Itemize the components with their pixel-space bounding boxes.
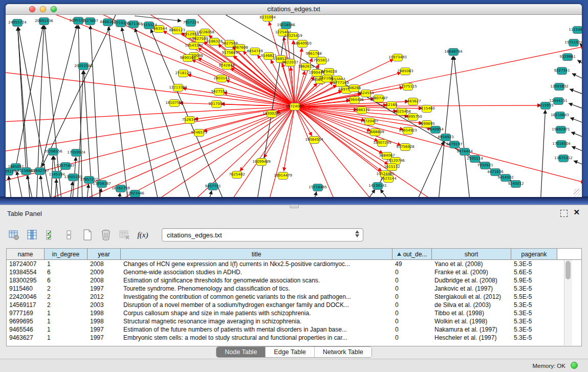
graph-edge[interactable] <box>268 106 295 197</box>
graph-node[interactable]: 16107554 <box>169 99 180 107</box>
graph-node[interactable]: 1139159 <box>6 168 13 176</box>
table-row[interactable]: 977716911998Corpus callosum shape and si… <box>7 309 581 317</box>
table-cell[interactable]: Hescheler et al. (1997) <box>432 334 511 342</box>
table-cell[interactable]: 2 <box>45 293 88 301</box>
table-cell[interactable]: Tourette syndrome. Phenomenology and cla… <box>121 285 393 293</box>
table-cell[interactable]: 0 <box>393 276 432 285</box>
table-cell[interactable]: 2009 <box>88 268 121 276</box>
graph-node[interactable]: 11675312 <box>558 155 569 162</box>
table-cell[interactable]: 6 <box>45 268 88 276</box>
table-row[interactable]: 946362711997Embryonic stem cells: a mode… <box>7 334 581 342</box>
graph-edge[interactable] <box>572 74 582 82</box>
table-cell[interactable]: Franke et al. (2009) <box>432 268 511 276</box>
graph-edge[interactable] <box>580 43 582 53</box>
table-cell[interactable]: 1997 <box>88 334 121 342</box>
graph-edge[interactable] <box>578 60 582 68</box>
table-cell[interactable]: 2003 <box>88 301 121 309</box>
tab-edge-table[interactable]: Edge Table <box>266 347 314 357</box>
table-cell[interactable]: Structural magnetic resonance image aver… <box>121 317 393 325</box>
table-select-dropdown[interactable]: citations_edges.txt <box>162 228 363 242</box>
graph-edge[interactable] <box>86 184 89 197</box>
table-cell[interactable]: 0 <box>393 268 432 276</box>
graph-node[interactable]: 15720407 <box>364 118 375 125</box>
graph-node[interactable]: 7932621 <box>480 162 490 169</box>
graph-edge[interactable] <box>122 28 159 197</box>
graph-node[interactable]: 20364436 <box>350 96 360 104</box>
table-cell[interactable]: 1 <box>45 260 88 268</box>
graph-edge[interactable] <box>380 189 392 197</box>
graph-node[interactable]: 9175685 <box>225 49 235 57</box>
table-cell[interactable]: Wolkin et al. (1998) <box>432 317 511 325</box>
table-cell[interactable]: 2012 <box>88 293 121 301</box>
graph-node[interactable]: 1640954 <box>430 126 441 134</box>
graph-node[interactable]: 9457791 <box>208 183 218 190</box>
graph-node[interactable]: 9822037 <box>285 59 295 67</box>
graph-node[interactable]: 10688609 <box>370 128 380 136</box>
graph-node[interactable]: 9146821 <box>264 52 274 60</box>
graph-node[interactable]: 15716485 <box>313 184 323 191</box>
table-cell[interactable]: 49 <box>393 260 432 268</box>
table-cell[interactable]: 2 <box>45 301 88 309</box>
table-cell[interactable]: 5.6E-5 <box>511 268 557 276</box>
table-cell[interactable]: 1 <box>45 309 88 317</box>
graph-node[interactable]: 13958167 <box>97 180 107 188</box>
graph-edge[interactable] <box>208 191 212 197</box>
close-panel-icon[interactable]: ✕ <box>573 208 580 217</box>
column-header-short[interactable]: short <box>432 249 511 259</box>
table-cell[interactable]: 1 <box>45 317 88 325</box>
column-header-in-degree[interactable]: in_degree <box>45 249 88 259</box>
network-window[interactable]: citations_edges.txt 88601238912954182260… <box>6 4 582 197</box>
graph-node-hub[interactable]: 18724007 <box>290 103 300 111</box>
graph-node[interactable]: 8471636 <box>490 168 500 176</box>
graph-node[interactable]: 12942757 <box>35 167 45 175</box>
graph-edge[interactable] <box>574 161 582 167</box>
table-cell[interactable]: 18724007 <box>7 260 45 268</box>
graph-node[interactable]: 9242848 <box>222 62 232 70</box>
graph-edge[interactable] <box>135 29 192 197</box>
graph-node[interactable]: 11154808 <box>573 26 582 34</box>
table-cell[interactable]: 5.3E-5 <box>511 309 557 317</box>
tab-network-table[interactable]: Network Table <box>315 347 372 357</box>
table-cell[interactable]: Tibbo et al. (1998) <box>432 309 511 317</box>
graph-node[interactable]: 12444151 <box>553 97 563 105</box>
graph-node[interactable]: 6679197 <box>449 141 460 148</box>
table-cell[interactable]: 0 <box>393 285 432 293</box>
column-header-pagerank[interactable]: pagerank <box>511 249 557 259</box>
column-header-title[interactable]: title <box>121 249 393 259</box>
table-cell[interactable]: Jankovic et al. (1997) <box>432 285 511 293</box>
column-header-out-de-[interactable]: out_de... <box>393 249 432 259</box>
table-cell[interactable]: 1997 <box>88 285 121 293</box>
table-row[interactable]: 1830029562008Estimation of significance … <box>7 276 581 285</box>
delete-table-icon[interactable] <box>118 228 131 242</box>
graph-node[interactable]: 8186328 <box>209 38 220 46</box>
graph-node[interactable]: 9890166 <box>183 54 193 62</box>
table-cell[interactable]: 5.3E-5 <box>511 285 557 293</box>
graph-node[interactable]: 9245012 <box>511 180 521 188</box>
graph-node[interactable]: 12093832 <box>554 83 564 91</box>
graph-node[interactable]: 2718129 <box>178 70 188 77</box>
graph-node[interactable]: 10543342 <box>189 42 199 50</box>
network-canvas[interactable]: 8860123891295418226058982750910543342818… <box>6 15 582 197</box>
graph-node[interactable]: 9474444 <box>460 148 470 156</box>
create-column-icon[interactable] <box>81 228 94 242</box>
table-cell[interactable]: 5.5E-5 <box>511 293 557 301</box>
table-row[interactable]: 1872400712008Changes of HCN gene express… <box>7 260 581 268</box>
table-cell[interactable]: 6 <box>45 276 88 285</box>
table-cell[interactable]: 18300295 <box>7 276 45 285</box>
graph-node[interactable]: 1527607 <box>85 17 95 25</box>
table-cell[interactable]: 0 <box>393 317 432 325</box>
table-cell[interactable]: Embryonic stem cells: a model to study s… <box>121 334 393 342</box>
graph-edge[interactable] <box>40 176 44 197</box>
graph-node[interactable]: 9463627 <box>408 98 418 105</box>
graph-node[interactable]: 14139141 <box>373 182 383 190</box>
table-cell[interactable]: 0 <box>393 301 432 309</box>
memory-ok-led-icon[interactable] <box>571 362 578 369</box>
table-cell[interactable]: Nakamura et al. (1997) <box>432 325 511 334</box>
graph-node[interactable]: 1145194 <box>52 171 62 179</box>
graph-node[interactable]: 7485063 <box>400 68 410 75</box>
table-row[interactable]: 1938455462009Genome-wide association stu… <box>7 268 581 276</box>
table-cell[interactable]: 14569117 <box>7 301 45 309</box>
window-resize-grip[interactable] <box>574 189 581 196</box>
graph-node[interactable]: 10973493 <box>393 54 403 61</box>
graph-node[interactable]: 20691436 <box>39 17 49 25</box>
